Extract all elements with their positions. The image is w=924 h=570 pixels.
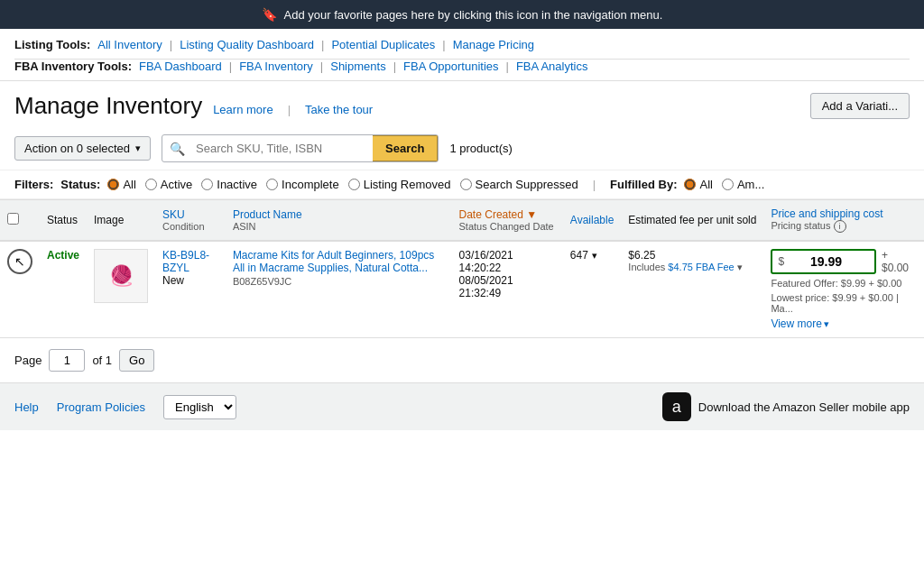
fba-tools-label: FBA Inventory Tools:	[14, 60, 132, 73]
fba-fee-link[interactable]: $4.75 FBA Fee	[668, 262, 734, 272]
search-box: 🔍 Search	[162, 134, 439, 162]
price-currency-symbol: $	[778, 255, 784, 268]
row-status: Active	[40, 241, 87, 338]
program-policies-link[interactable]: Program Policies	[57, 400, 145, 414]
row-checkbox-cell: ↖	[0, 241, 40, 338]
row-date: 03/16/2021 14:20:22 08/05/2021 21:32:49	[452, 241, 563, 338]
fulfilled-by-label: Fulfilled By:	[610, 178, 677, 191]
help-link[interactable]: Help	[14, 400, 39, 414]
header-fee: Estimated fee per unit sold	[621, 200, 763, 242]
search-button[interactable]: Search	[373, 135, 438, 161]
featured-offer-info: Featured Offer: $9.99 + $0.00	[771, 278, 917, 289]
table-row: ↖ Active 🧶 KB-B9L8-BZYL New Macrame Kits…	[0, 241, 924, 338]
header-image: Image	[87, 200, 155, 242]
price-input[interactable]	[788, 254, 842, 269]
listing-tools-row: Listing Tools: All Inventory | Listing Q…	[14, 38, 910, 59]
sku-condition: New	[162, 274, 184, 287]
search-icon: 🔍	[162, 136, 192, 161]
listing-tools-label: Listing Tools:	[14, 38, 90, 51]
fulfilled-by-radio-group: All Am...	[684, 178, 764, 191]
cursor-pointer-icon: ↖	[14, 254, 25, 269]
page-header: Manage Inventory Learn more | Take the t…	[0, 81, 924, 127]
product-name-link[interactable]: Macrame Kits for Adult Beginners, 109pcs…	[233, 249, 434, 274]
app-download-text: Download the Amazon Seller mobile app	[698, 400, 910, 414]
fee-includes: Includes	[628, 262, 668, 272]
status-search-suppressed[interactable]: Search Suppressed	[460, 178, 578, 191]
sku-link[interactable]: KB-B9L8-BZYL	[162, 249, 218, 274]
of-label: of 1	[92, 354, 112, 367]
app-download-section: a Download the Amazon Seller mobile app	[662, 392, 910, 421]
nav-fba-analytics[interactable]: FBA Analytics	[516, 60, 587, 73]
status-all[interactable]: All	[107, 178, 135, 191]
status-filter-label: Status:	[60, 178, 100, 191]
row-image: 🧶	[87, 241, 155, 338]
nav-shipments[interactable]: Shipments	[330, 60, 385, 73]
product-image-emoji: 🧶	[109, 264, 134, 288]
nav-fba-dashboard[interactable]: FBA Dashboard	[139, 60, 222, 73]
add-variation-button[interactable]: Add a Variati...	[810, 93, 910, 119]
nav-listing-quality[interactable]: Listing Quality Dashboard	[180, 38, 314, 51]
learn-more-link[interactable]: Learn more	[213, 103, 273, 116]
action-label: Action on 0 selected	[24, 142, 130, 155]
fulfilled-all[interactable]: All	[684, 178, 712, 191]
pagination: Page of 1 Go	[0, 338, 924, 382]
status-active[interactable]: Active	[145, 178, 192, 191]
header-available: Available	[563, 200, 621, 242]
filters-bar: Filters: Status: All Active Inactive Inc…	[0, 170, 924, 199]
nav-manage-pricing[interactable]: Manage Pricing	[453, 38, 534, 51]
price-addon: + $0.00	[882, 249, 917, 274]
view-more-link[interactable]: View more ▾	[771, 317, 917, 330]
row-product-name: Macrame Kits for Adult Beginners, 109pcs…	[226, 241, 452, 338]
lowest-price-info: Lowest price: $9.99 + $0.00 | Ma...	[771, 292, 917, 314]
nav-fba-inventory[interactable]: FBA Inventory	[239, 60, 313, 73]
row-price: $ + $0.00 Featured Offer: $9.99 + $0.00 …	[763, 241, 924, 338]
action-select[interactable]: Action on 0 selected ▾	[14, 136, 151, 161]
status-radio-group: All Active Inactive Incomplete Listing R…	[107, 178, 578, 191]
inventory-table: Status Image SKU Condition Product Name …	[0, 199, 924, 338]
status-changed-date: 08/05/2021 21:32:49	[459, 274, 556, 299]
page-label: Page	[14, 354, 42, 367]
status-inactive[interactable]: Inactive	[201, 178, 257, 191]
language-select[interactable]: English	[163, 395, 236, 419]
product-count: 1 product(s)	[449, 142, 512, 155]
price-input-box: $	[771, 249, 876, 274]
toolbar: Action on 0 selected ▾ 🔍 Search 1 produc…	[0, 127, 924, 170]
row-checkbox: ↖	[7, 249, 32, 274]
page-input[interactable]	[49, 349, 85, 372]
available-count: 647	[570, 249, 588, 262]
footer: Help Program Policies English a Download…	[0, 382, 924, 430]
fee-chevron[interactable]: ▾	[737, 262, 743, 272]
banner-text: Add your favorite pages here by clicking…	[284, 8, 663, 22]
fba-tools-row: FBA Inventory Tools: FBA Dashboard | FBA…	[14, 59, 910, 80]
header-sku: SKU Condition	[155, 200, 226, 242]
search-input[interactable]	[192, 137, 373, 160]
header-status: Status	[40, 200, 87, 242]
row-fee: $6.25 Includes $4.75 FBA Fee ▾	[621, 241, 763, 338]
nav-fba-opportunities[interactable]: FBA Opportunities	[403, 60, 499, 73]
date-created: 03/16/2021 14:20:22	[459, 249, 556, 274]
bookmark-icon: 🔖	[262, 7, 277, 22]
chevron-down-icon: ▾	[135, 142, 141, 154]
status-listing-removed[interactable]: Listing Removed	[348, 178, 451, 191]
select-all-checkbox-header[interactable]	[0, 200, 40, 242]
row-available: 647 ▾	[563, 241, 621, 338]
row-sku: KB-B9L8-BZYL New	[155, 241, 226, 338]
product-image: 🧶	[94, 249, 148, 303]
header-date-created[interactable]: Date Created ▼ Status Changed Date	[452, 200, 563, 242]
top-banner: 🔖 Add your favorite pages here by clicki…	[0, 0, 924, 29]
go-button[interactable]: Go	[119, 349, 154, 372]
amazon-app-icon: a	[662, 392, 691, 421]
pricing-status-info-icon[interactable]: i	[834, 220, 846, 233]
header-product-name: Product Name ASIN	[226, 200, 452, 242]
page-title: Manage Inventory	[14, 92, 202, 120]
table-header-row: Status Image SKU Condition Product Name …	[0, 200, 924, 242]
take-tour-link[interactable]: Take the tour	[305, 103, 373, 116]
fulfilled-amazon[interactable]: Am...	[722, 178, 764, 191]
available-dropdown-icon[interactable]: ▾	[592, 250, 597, 262]
status-incomplete[interactable]: Incomplete	[266, 178, 339, 191]
nav-all-inventory[interactable]: All Inventory	[97, 38, 162, 51]
header-price: Price and shipping cost Pricing status i	[763, 200, 924, 242]
nav-potential-duplicates[interactable]: Potential Duplicates	[331, 38, 435, 51]
nav-bar: Listing Tools: All Inventory | Listing Q…	[0, 29, 924, 81]
row-asin: B08Z65V9JC	[233, 276, 445, 287]
